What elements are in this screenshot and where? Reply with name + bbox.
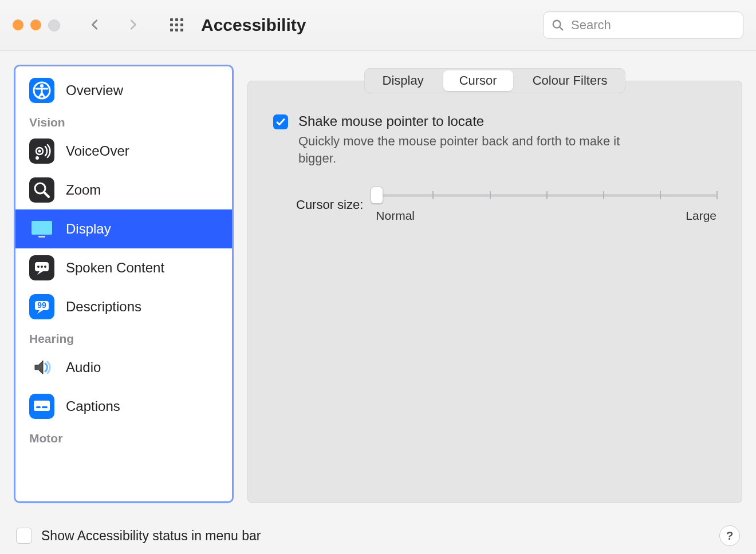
- descriptions-icon: [29, 294, 54, 319]
- cursor-size-label: Cursor size:: [296, 197, 363, 212]
- svg-rect-3: [170, 23, 173, 26]
- cursor-size-slider[interactable]: [376, 187, 716, 203]
- sidebar-item-label: VoiceOver: [66, 143, 129, 159]
- zoom-icon: [29, 177, 54, 203]
- slider-tick: [432, 191, 434, 199]
- chevron-right-icon: [127, 18, 139, 31]
- chevron-left-icon: [89, 18, 101, 31]
- slider-tick: [546, 191, 548, 199]
- search-input[interactable]: [570, 17, 735, 33]
- svg-rect-4: [175, 23, 178, 26]
- footer: Show Accessibility status in menu bar ?: [0, 517, 756, 554]
- sidebar-item-display[interactable]: Display: [15, 209, 232, 248]
- sidebar-item-overview[interactable]: Overview: [15, 71, 232, 110]
- slider-tick: [716, 191, 718, 199]
- sidebar-item-voiceover[interactable]: VoiceOver: [15, 132, 232, 171]
- svg-rect-1: [175, 18, 178, 21]
- slider-tick: [660, 191, 661, 199]
- sidebar-item-captions[interactable]: Captions: [15, 387, 232, 426]
- accessibility-icon: [29, 78, 54, 103]
- show-all-button[interactable]: [166, 14, 188, 37]
- tab-cursor[interactable]: Cursor: [443, 70, 513, 91]
- sidebar-group: Vision: [15, 110, 232, 132]
- slider-tick: [603, 191, 604, 199]
- captions-icon: [29, 394, 54, 419]
- svg-rect-0: [170, 18, 173, 21]
- spoken-icon: [29, 255, 54, 280]
- grid-icon: [169, 17, 185, 33]
- svg-rect-6: [170, 29, 173, 31]
- zoom-window-button[interactable]: [48, 19, 60, 31]
- display-icon: [29, 216, 54, 242]
- sidebar-group: Hearing: [15, 326, 232, 348]
- sidebar-item-label: Zoom: [66, 182, 101, 198]
- window-controls: [13, 19, 60, 31]
- svg-line-10: [560, 27, 563, 30]
- cursor-size-max-label: Large: [686, 209, 716, 223]
- sidebar-group: Motor: [15, 426, 232, 448]
- menubar-status-label: Show Accessibility status in menu bar: [41, 528, 261, 544]
- slider-tick: [490, 191, 491, 199]
- sidebar-item-spoken-content[interactable]: Spoken Content: [15, 248, 232, 287]
- shake-pointer-label: Shake mouse pointer to locate: [298, 113, 636, 129]
- svg-rect-5: [180, 23, 183, 26]
- shake-pointer-description: Quickly move the mouse pointer back and …: [298, 133, 636, 167]
- sidebar-item-label: Descriptions: [66, 299, 141, 315]
- sidebar[interactable]: OverviewVisionVoiceOverZoomDisplaySpoken…: [14, 65, 234, 503]
- tab-colour-filters[interactable]: Colour Filters: [517, 70, 624, 91]
- tabbar: DisplayCursorColour Filters: [364, 68, 626, 93]
- sidebar-item-label: Audio: [66, 359, 101, 375]
- checkmark-icon: [275, 117, 286, 127]
- sidebar-item-audio[interactable]: Audio: [15, 348, 232, 387]
- sidebar-item-label: Overview: [66, 82, 123, 98]
- back-button[interactable]: [84, 14, 106, 36]
- audio-icon: [29, 355, 54, 380]
- sidebar-item-zoom[interactable]: Zoom: [15, 171, 232, 209]
- minimize-window-button[interactable]: [30, 19, 41, 30]
- svg-rect-8: [180, 29, 183, 31]
- titlebar: Accessibility: [0, 0, 756, 51]
- window-title: Accessibility: [201, 15, 306, 35]
- nav-arrows: [84, 14, 144, 36]
- voiceover-icon: [29, 138, 54, 164]
- sidebar-item-descriptions[interactable]: Descriptions: [15, 287, 232, 326]
- svg-rect-7: [175, 29, 178, 31]
- forward-button[interactable]: [122, 14, 144, 36]
- search-field[interactable]: [543, 11, 743, 39]
- cursor-pane: Shake mouse pointer to locate Quickly mo…: [247, 81, 742, 503]
- tab-display[interactable]: Display: [367, 70, 440, 91]
- cursor-size-min-label: Normal: [376, 209, 415, 223]
- sidebar-item-label: Display: [66, 221, 111, 237]
- sidebar-item-label: Spoken Content: [66, 260, 164, 276]
- close-window-button[interactable]: [13, 19, 23, 30]
- svg-rect-2: [180, 18, 183, 21]
- shake-pointer-checkbox[interactable]: [273, 114, 288, 129]
- help-button[interactable]: ?: [719, 525, 740, 546]
- slider-thumb[interactable]: [371, 187, 383, 204]
- search-icon: [552, 19, 564, 31]
- menubar-status-checkbox[interactable]: [16, 528, 32, 544]
- sidebar-item-label: Captions: [66, 398, 120, 414]
